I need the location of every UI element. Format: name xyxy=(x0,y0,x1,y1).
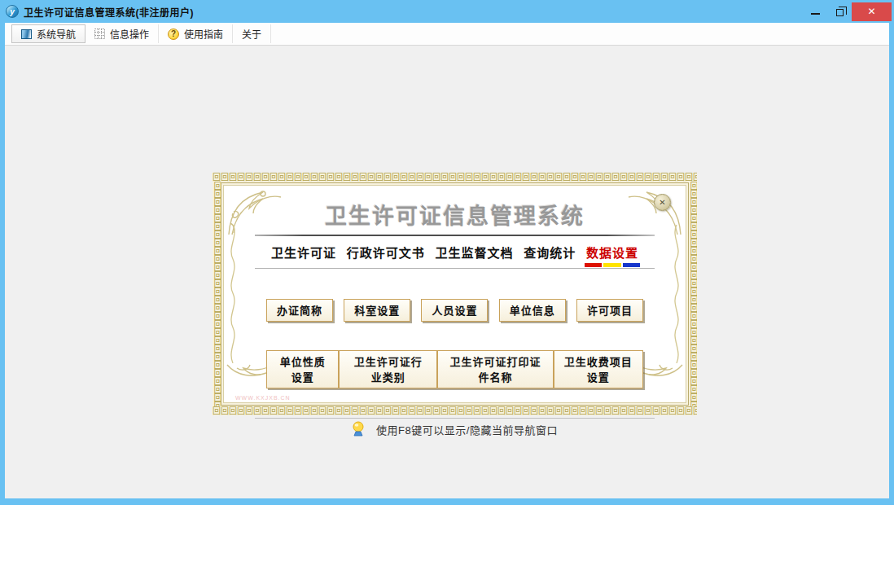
button-permit-abbrev[interactable]: 办证简称 xyxy=(266,299,333,322)
underline-red xyxy=(585,263,602,267)
menu-separator xyxy=(255,268,655,269)
panel-menu: 卫生许可证 行政许可文书 卫生监督文档 查询统计 数据设置 xyxy=(271,244,638,261)
navigation-panel: 回回回回回回回回回回回回回回回回回回回回回回回回回回回回回回回回回回回回回回回回… xyxy=(213,173,697,415)
navigation-icon xyxy=(21,29,32,39)
footer: 使用F8键可以显示/隐藏当前导航窗口 xyxy=(232,421,677,437)
lightbulb-icon xyxy=(352,421,365,437)
toolbar-label: 关于 xyxy=(242,27,261,41)
app-icon: y xyxy=(6,5,19,18)
restore-icon xyxy=(836,9,844,16)
footer-hint-text: 使用F8键可以显示/隐藏当前导航窗口 xyxy=(376,422,558,437)
menu-item-query-stats[interactable]: 查询统计 xyxy=(524,244,576,261)
meander-border-top: 回回回回回回回回回回回回回回回回回回回回回回回回回回回回回回回回回回回回回回回回… xyxy=(213,173,697,182)
toolbar-label: 使用指南 xyxy=(184,27,223,41)
button-print-cert-name[interactable]: 卫生许可证打印证件名称 xyxy=(437,350,553,388)
button-permit-items[interactable]: 许可项目 xyxy=(576,299,643,322)
window-title: 卫生许可证信息管理系统(非注册用户) xyxy=(24,5,194,19)
minimize-button[interactable] xyxy=(803,2,827,21)
underline-yellow xyxy=(603,263,620,267)
menu-item-label: 数据设置 xyxy=(586,246,638,260)
help-coin-icon: ? xyxy=(168,29,179,40)
title-separator xyxy=(255,235,655,236)
button-personnel-setup[interactable]: 人员设置 xyxy=(421,299,488,322)
toolbar: 系统导航 信息操作 ? 使用指南 关于 xyxy=(5,23,889,46)
menu-item-admin-documents[interactable]: 行政许可文书 xyxy=(347,244,425,261)
toolbar-label: 信息操作 xyxy=(110,27,149,41)
panel-title: 卫生许可证信息管理系统 xyxy=(232,199,677,230)
panel-close-button[interactable]: ✕ xyxy=(654,194,671,211)
button-row-1: 办证简称 科室设置 人员设置 单位信息 许可项目 xyxy=(266,299,643,322)
close-button[interactable]: ✕ xyxy=(852,2,892,21)
meander-border-bottom: 回回回回回回回回回回回回回回回回回回回回回回回回回回回回回回回回回回回回回回回回… xyxy=(213,406,697,415)
window-controls: ✕ xyxy=(803,0,892,23)
button-unit-nature-setup[interactable]: 单位性质设置 xyxy=(266,350,339,388)
button-industry-category[interactable]: 卫生许可证行业类别 xyxy=(339,350,437,388)
panel-content: ✕ 卫生许可证信息管理系统 卫生许可证 行政许可文书 卫生监督文档 查询统计 数… xyxy=(232,186,677,402)
toolbar-button-about[interactable]: 关于 xyxy=(233,24,271,43)
button-fee-items-setup[interactable]: 卫生收费项目设置 xyxy=(554,350,643,388)
toolbar-button-system-nav[interactable]: 系统导航 xyxy=(11,24,85,43)
grid-icon xyxy=(94,29,105,39)
active-tab-underline xyxy=(585,263,640,267)
menu-item-health-permit[interactable]: 卫生许可证 xyxy=(271,244,336,261)
underline-blue xyxy=(623,263,640,267)
button-unit-info[interactable]: 单位信息 xyxy=(499,299,566,322)
toolbar-label: 系统导航 xyxy=(37,27,76,41)
titlebar: y 卫生许可证信息管理系统(非注册用户) ✕ xyxy=(0,0,894,23)
desktop: { "window": { "title": "卫生许可证信息管理系统(非注册用… xyxy=(0,0,894,588)
client-area: 系统导航 信息操作 ? 使用指南 关于 回回回回回回回回回回回回回回回回回回回回… xyxy=(5,23,889,498)
menu-item-data-settings[interactable]: 数据设置 xyxy=(586,244,638,261)
app-window: y 卫生许可证信息管理系统(非注册用户) ✕ 系统导航 信息操作 ? 使用指南 … xyxy=(0,0,894,505)
inner-frame: ✕ 卫生许可证信息管理系统 卫生许可证 行政许可文书 卫生监督文档 查询统计 数… xyxy=(221,182,689,406)
meander-border-right: 回回回回回回回回回回回回回回回回回回回回回回回回回回回回回回回回回回回回回回回回 xyxy=(689,182,697,406)
meander-border-left: 回回回回回回回回回回回回回回回回回回回回回回回回回回回回回回回回回回回回回回回回 xyxy=(213,182,221,406)
footer-separator xyxy=(255,418,655,419)
button-row-2: 单位性质设置 卫生许可证行业类别 卫生许可证打印证件名称 卫生收费项目设置 xyxy=(266,350,643,388)
panel-close-icon: ✕ xyxy=(659,198,665,207)
toolbar-button-user-guide[interactable]: ? 使用指南 xyxy=(159,24,233,43)
restore-button[interactable] xyxy=(827,2,852,21)
close-icon: ✕ xyxy=(867,6,875,17)
minimize-icon xyxy=(811,13,820,15)
watermark-text: WWW.KXJXB.CN xyxy=(235,395,291,401)
button-department-setup[interactable]: 科室设置 xyxy=(344,299,410,322)
toolbar-button-info-ops[interactable]: 信息操作 xyxy=(85,24,159,43)
menu-item-supervision-docs[interactable]: 卫生监督文档 xyxy=(435,244,513,261)
content-frame: ✕ 卫生许可证信息管理系统 卫生许可证 行政许可文书 卫生监督文档 查询统计 数… xyxy=(223,185,686,403)
